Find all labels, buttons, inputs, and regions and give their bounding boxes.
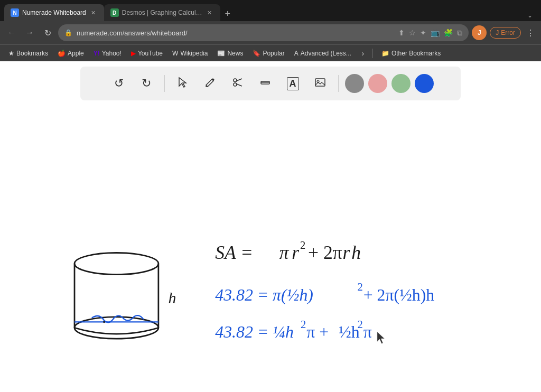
- apple-icon: 🍎: [58, 50, 66, 57]
- bookmark-label-youtube: YouTube: [138, 50, 163, 57]
- bookmark-label-news: News: [227, 50, 243, 57]
- svg-text:SA =: SA =: [215, 242, 253, 263]
- drawing-toolbar: ↺ ↻: [80, 67, 461, 100]
- svg-text:h: h: [169, 289, 176, 306]
- highlighter-icon: [259, 77, 271, 91]
- advanced-icon: A: [294, 50, 299, 57]
- scissors-icon: [232, 77, 244, 91]
- svg-text:2: 2: [301, 319, 306, 330]
- back-button[interactable]: ←: [4, 25, 19, 40]
- tab-bar: N Numerade Whiteboard ✕ D Desmos | Graph…: [0, 0, 541, 21]
- address-bar-row: ← → ↻ 🔒 numerade.com/answers/whiteboard/…: [0, 21, 541, 44]
- undo-button[interactable]: ↺: [107, 72, 130, 95]
- bookmark-popular[interactable]: 🔖 Popular: [248, 48, 288, 59]
- svg-point-0: [234, 79, 237, 82]
- youtube-icon: ▶: [131, 50, 136, 57]
- svg-text:2: 2: [357, 319, 362, 330]
- bookmark-youtube[interactable]: ▶ YouTube: [127, 48, 167, 59]
- svg-text:h: h: [351, 242, 361, 263]
- bookmark-label-bookmarks: Bookmarks: [16, 50, 48, 57]
- image-icon: [314, 77, 326, 91]
- bookmark-label-yahoo: Yahoo!: [102, 50, 122, 57]
- bookmarks-bar: ★ Bookmarks 🍎 Apple Y! Yahoo! ▶ YouTube …: [0, 44, 541, 61]
- svg-text:+ 2π: + 2π: [308, 242, 342, 263]
- tab-numerade[interactable]: N Numerade Whiteboard ✕: [4, 4, 104, 21]
- browser-menu-button[interactable]: ⋮: [524, 26, 537, 40]
- svg-text:43.82 = ¼h: 43.82 = ¼h: [215, 323, 294, 341]
- redo-icon: ↻: [142, 77, 151, 90]
- browser-chrome: N Numerade Whiteboard ✕ D Desmos | Graph…: [0, 0, 541, 61]
- bookmark-bookmarks[interactable]: ★ Bookmarks: [4, 48, 52, 59]
- bookmark-advanced[interactable]: A Advanced (Less...: [290, 48, 356, 59]
- tab-desmos[interactable]: D Desmos | Graphing Calculat... ✕: [104, 4, 220, 21]
- svg-text:43.82 = π(½h): 43.82 = π(½h): [215, 286, 313, 304]
- bookmark-label-apple: Apple: [68, 50, 84, 57]
- scissors-tool-button[interactable]: [226, 72, 249, 95]
- color-swatch-pink[interactable]: [368, 74, 387, 93]
- pencil-icon: [204, 77, 216, 91]
- tab-close-numerade[interactable]: ✕: [89, 8, 98, 17]
- text-icon: A: [287, 77, 299, 90]
- tab-favicon-numerade: N: [11, 8, 19, 17]
- popular-icon: 🔖: [253, 50, 260, 57]
- select-icon: [177, 77, 189, 91]
- address-text: numerade.com/answers/whiteboard/: [77, 29, 394, 37]
- share-icon[interactable]: ⬆: [398, 29, 405, 37]
- bookmark-apple[interactable]: 🍎 Apple: [53, 48, 88, 59]
- bookmark-news[interactable]: 📰 News: [213, 48, 247, 59]
- cast-icon[interactable]: 📺: [431, 29, 440, 37]
- color-swatch-blue[interactable]: [415, 74, 434, 93]
- wikipedia-icon: W: [172, 50, 178, 57]
- whiteboard-canvas[interactable]: h SA = π r 2 + 2π r h 43.82 = π(½h) 2: [0, 106, 541, 392]
- tab-favicon-desmos: D: [110, 8, 119, 17]
- svg-text:r: r: [342, 242, 350, 263]
- bookmark-star-icon[interactable]: ☆: [409, 29, 416, 37]
- svg-point-14: [103, 321, 105, 323]
- bookmark-yahoo[interactable]: Y! Yahoo!: [89, 48, 126, 59]
- content-area: ↺ ↻: [0, 61, 541, 392]
- yahoo-icon: Y!: [94, 50, 100, 57]
- svg-rect-6: [315, 79, 325, 86]
- other-bookmarks[interactable]: 📁 Other Bookmarks: [377, 48, 445, 59]
- svg-text:½h: ½h: [339, 323, 360, 341]
- error-button[interactable]: J Error: [490, 27, 521, 39]
- svg-text:π: π: [363, 323, 372, 341]
- forward-button[interactable]: →: [22, 25, 37, 40]
- highlighter-tool-button[interactable]: [254, 72, 277, 95]
- svg-text:+ 2π(½h)h: + 2π(½h)h: [363, 286, 435, 304]
- tab-title-numerade: Numerade Whiteboard: [22, 9, 86, 16]
- tab-search-icon[interactable]: ⧉: [457, 29, 462, 38]
- image-tool-button[interactable]: [309, 72, 332, 95]
- address-actions: ⬆ ☆ ✦ 📺 🧩 ⧉: [398, 29, 462, 38]
- svg-point-8: [74, 253, 158, 274]
- svg-text:π: π: [279, 242, 290, 263]
- toolbar-separator-2: [338, 75, 339, 92]
- lock-icon: 🔒: [64, 29, 72, 36]
- svg-line-3: [237, 84, 242, 86]
- color-swatch-gray[interactable]: [345, 74, 364, 93]
- star-icon: ★: [8, 50, 14, 57]
- text-tool-button[interactable]: A: [281, 72, 304, 95]
- browser-actions: J J Error ⋮: [472, 25, 537, 40]
- color-swatch-green[interactable]: [391, 74, 411, 93]
- new-tab-button[interactable]: +: [220, 6, 235, 21]
- profile-avatar[interactable]: J: [472, 25, 487, 40]
- bookmark-wikipedia[interactable]: W Wikipedia: [168, 48, 212, 59]
- bookmarks-more-button[interactable]: ›: [357, 47, 369, 60]
- select-tool-button[interactable]: [171, 72, 194, 95]
- error-label: Error: [501, 29, 515, 36]
- undo-icon: ↺: [114, 77, 124, 90]
- puzzle-icon[interactable]: 🧩: [444, 29, 453, 37]
- bookmark-label-popular: Popular: [263, 50, 284, 57]
- tab-title-desmos: Desmos | Graphing Calculat...: [122, 9, 202, 16]
- extension-icon[interactable]: ✦: [420, 29, 426, 37]
- svg-line-2: [237, 79, 242, 81]
- other-bookmarks-label: Other Bookmarks: [391, 50, 441, 57]
- redo-button[interactable]: ↻: [135, 72, 158, 95]
- address-bar[interactable]: 🔒 numerade.com/answers/whiteboard/ ⬆ ☆ ✦…: [58, 24, 469, 41]
- tab-close-desmos[interactable]: ✕: [206, 8, 214, 17]
- pencil-tool-button[interactable]: [199, 72, 222, 95]
- reload-button[interactable]: ↻: [40, 25, 55, 40]
- svg-point-9: [74, 317, 158, 339]
- tab-overflow-button[interactable]: ⌄: [523, 10, 537, 21]
